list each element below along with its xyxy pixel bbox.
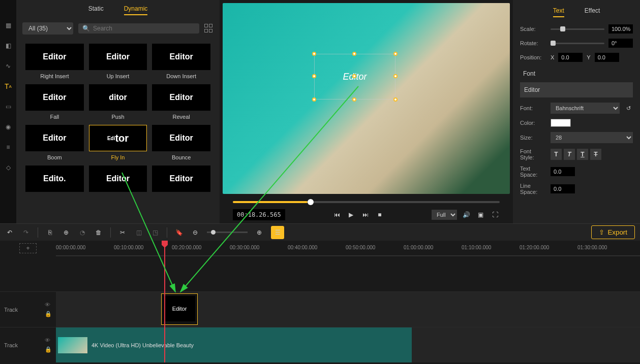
crop-icon[interactable]: ◫ — [134, 228, 143, 237]
handle-tl[interactable] — [312, 52, 316, 56]
effect-item[interactable]: EditorReveal — [152, 84, 210, 120]
video-thumb — [58, 337, 87, 353]
tool-3-icon[interactable]: ◔ — [78, 228, 87, 237]
resize-icon[interactable]: ≡ — [3, 142, 13, 152]
text-icon[interactable]: TA — [3, 81, 13, 91]
italic-button[interactable]: T — [564, 149, 575, 160]
position-label: Position: — [520, 54, 546, 60]
undo-icon[interactable]: ↶ — [5, 228, 14, 237]
effect-item[interactable]: EditorBoom — [25, 125, 84, 160]
next-frame-icon[interactable]: ⏭ — [361, 210, 370, 219]
handle-mm[interactable] — [352, 74, 356, 78]
zoom-out-icon[interactable]: ⊖ — [191, 228, 200, 237]
view-mode-select[interactable]: Full — [432, 210, 457, 220]
export-button[interactable]: ⇧ Export — [591, 225, 635, 239]
tool-2-icon[interactable]: ⊕ — [62, 228, 71, 237]
preview-canvas[interactable]: Editor — [223, 3, 510, 194]
redo-icon[interactable]: ↷ — [21, 228, 31, 237]
media-icon[interactable]: ▦ — [3, 20, 13, 30]
font-section-header: Font — [520, 70, 633, 77]
audio-icon[interactable]: ∿ — [3, 61, 13, 71]
handle-br[interactable] — [393, 97, 398, 102]
effect-thumb: Editor — [152, 166, 210, 192]
playhead[interactable] — [164, 241, 165, 362]
delete-icon[interactable]: 🗑 — [94, 228, 103, 237]
effect-item[interactable]: Editor — [152, 166, 210, 195]
lock-icon[interactable]: 🔒 — [45, 311, 52, 317]
effect-item[interactable]: EditorDown Insert — [152, 44, 210, 79]
effect-item[interactable]: EditorUp Insert — [89, 44, 147, 79]
tab-text[interactable]: Text — [553, 5, 564, 17]
handle-tr[interactable] — [393, 52, 398, 56]
lock-icon[interactable]: 🔒 — [45, 346, 52, 353]
visibility-icon[interactable]: 👁 — [45, 337, 52, 343]
handle-ml[interactable] — [312, 74, 316, 78]
prev-frame-icon[interactable]: ⏮ — [332, 210, 342, 219]
volume-icon[interactable]: 🔊 — [462, 210, 471, 219]
cut-icon[interactable]: ✂ — [118, 228, 127, 237]
rotate-slider[interactable] — [551, 43, 604, 44]
tool-1-icon[interactable]: ⎘ — [45, 228, 54, 237]
text-overlay[interactable]: Editor — [314, 54, 395, 100]
effect-label: Up Insert — [89, 73, 147, 79]
add-track-button[interactable]: + — [19, 243, 36, 253]
fullscreen-icon[interactable]: ⛶ — [491, 210, 500, 219]
tab-effect[interactable]: Effect — [585, 5, 600, 17]
video-clip[interactable]: 4K Video (Ultra HD) Unbelievable Beauty — [56, 327, 412, 362]
effect-item[interactable]: EditorBounce — [152, 125, 210, 160]
effect-item[interactable]: ditorPush — [89, 84, 147, 120]
search-box[interactable]: 🔍 — [78, 23, 199, 34]
layers-icon[interactable]: ◧ — [3, 41, 13, 51]
handle-tm[interactable] — [352, 52, 356, 56]
handle-mr[interactable] — [393, 74, 398, 78]
visibility-icon[interactable]: 👁 — [45, 302, 52, 308]
reset-font-icon[interactable]: ↺ — [624, 104, 633, 113]
handle-bl[interactable] — [312, 97, 316, 102]
stop-icon[interactable]: ■ — [375, 210, 384, 219]
effect-thumb: Editor — [25, 125, 84, 151]
category-select[interactable]: All (35) — [22, 22, 73, 35]
bold-button[interactable]: T — [551, 149, 562, 160]
effect-item[interactable]: EditorFall — [25, 84, 84, 120]
scale-value[interactable]: 100.0% — [608, 24, 633, 34]
size-select[interactable]: 28 — [551, 132, 633, 143]
pos-y-label: Y — [587, 54, 590, 60]
pos-y[interactable]: 0.0 — [595, 53, 619, 62]
text-content-input[interactable] — [520, 82, 633, 97]
filters-icon[interactable]: ◉ — [3, 122, 13, 132]
snapshot-icon[interactable]: ▣ — [476, 210, 485, 219]
linespace-value[interactable]: 0.0 — [551, 184, 575, 193]
zoom-slider[interactable] — [207, 231, 248, 233]
strike-button[interactable]: T — [590, 149, 601, 160]
ruler-tick: 00:50:00.000 — [346, 245, 375, 250]
settings-button[interactable]: ☰ — [271, 226, 284, 239]
scale-slider[interactable] — [551, 28, 604, 30]
effect-item[interactable]: EditorRight Insert — [25, 44, 84, 79]
playback-slider[interactable] — [233, 201, 500, 203]
textspace-value[interactable]: 0.0 — [551, 167, 575, 176]
effect-thumb: Edito. — [25, 166, 84, 192]
text-clip[interactable]: Editor — [161, 293, 198, 325]
underline-button[interactable]: T — [577, 149, 588, 160]
effect-item[interactable]: Editor — [89, 166, 147, 195]
scale-label: Scale: — [520, 26, 546, 32]
tool-4-icon[interactable]: ◳ — [150, 228, 160, 237]
tab-dynamic[interactable]: Dynamic — [124, 3, 148, 15]
layout-icon[interactable]: ▭ — [3, 102, 13, 112]
tab-static[interactable]: Static — [88, 3, 104, 15]
handle-bm[interactable] — [352, 97, 356, 102]
pos-x[interactable]: 0.0 — [558, 53, 583, 62]
color-swatch[interactable] — [551, 119, 571, 127]
grid-view-icon[interactable] — [204, 24, 214, 33]
zoom-in-icon[interactable]: ⊕ — [255, 228, 264, 237]
search-input[interactable] — [93, 25, 195, 32]
play-icon[interactable]: ▶ — [347, 210, 356, 219]
effect-item[interactable]: EditorFly In — [89, 125, 147, 160]
effect-item[interactable]: Edito. — [25, 166, 84, 195]
tag-icon[interactable]: ◇ — [3, 162, 13, 173]
font-select[interactable]: Bahnschrift — [551, 103, 620, 114]
slider-knob[interactable] — [308, 199, 314, 205]
timeline-ruler[interactable]: 00:00:00.00000:10:00.00000:20:00.00000:3… — [56, 241, 640, 256]
marker-icon[interactable]: 🔖 — [174, 228, 184, 237]
rotate-value[interactable]: 0° — [608, 39, 633, 48]
